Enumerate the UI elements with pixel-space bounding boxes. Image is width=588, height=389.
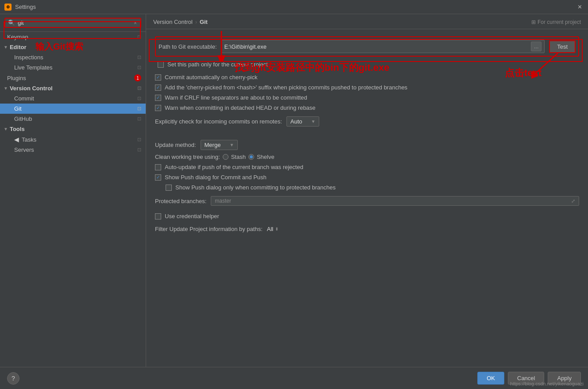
crlf-label: Warn if CRLF line separators are about t… xyxy=(165,94,307,101)
sidebar-item-servers[interactable]: Servers ⊡ xyxy=(0,145,146,155)
version-control-triangle-icon: ▼ xyxy=(4,86,8,91)
search-clear-button[interactable]: × xyxy=(133,20,138,26)
settings-dialog: ⚙ Settings × 🔍 × Keymap ⊡ xyxy=(0,0,588,389)
live-templates-copy-icon: ⊡ xyxy=(137,65,141,70)
search-input[interactable] xyxy=(18,19,133,26)
sidebar-item-inspections[interactable]: Inspections ⊡ xyxy=(0,52,146,62)
keymap-copy-icon: ⊡ xyxy=(137,34,141,40)
project-icon: ⊞ xyxy=(531,19,536,25)
sidebar-item-plugins[interactable]: Plugins 1 xyxy=(0,73,146,83)
sidebar-item-keymap[interactable]: Keymap ⊡ xyxy=(0,32,146,42)
auto-update-label: Auto-update if push of the current branc… xyxy=(165,164,303,170)
update-method-row: Update method: Merge ▼ xyxy=(155,140,579,150)
breadcrumb-project: ⊞ For current project xyxy=(531,19,581,25)
protected-branches-input-wrapper: master ⤢ xyxy=(211,196,579,206)
breadcrumb-git: Git xyxy=(200,19,208,25)
tasks-copy-icon: ⊡ xyxy=(137,137,141,143)
cherry-picked-suffix-checkbox[interactable] xyxy=(155,85,161,91)
update-method-select[interactable]: Merge ▼ xyxy=(201,140,238,150)
current-project-checkbox[interactable] xyxy=(158,62,164,68)
sidebar-item-live-templates[interactable]: Live Templates ⊡ xyxy=(0,62,146,73)
protected-expand-icon[interactable]: ⤢ xyxy=(571,198,575,204)
right-panel: Version Control › Git ⊞ For current proj… xyxy=(146,14,588,367)
search-wrapper: 🔍 × xyxy=(4,18,141,28)
version-control-label: Version Control xyxy=(10,85,53,92)
credential-helper-checkbox[interactable] xyxy=(155,213,161,220)
live-templates-label: Live Templates xyxy=(14,64,52,71)
search-box: 🔍 × xyxy=(0,14,146,32)
path-row: Path to Git executable: … Test xyxy=(155,36,579,57)
filter-spinbox-icon: ⬍ xyxy=(275,227,279,231)
update-method-value: Merge xyxy=(205,142,221,148)
plugins-badge: 1 xyxy=(134,74,141,81)
close-button[interactable]: × xyxy=(576,3,584,11)
filter-update-row: Filter Update Project information by pat… xyxy=(155,226,579,232)
shelve-label: Shelve xyxy=(257,154,275,160)
sidebar-item-tasks[interactable]: ◀ Tasks ⊡ xyxy=(0,134,146,145)
path-input[interactable] xyxy=(224,43,531,50)
tasks-back-icon: ◀ xyxy=(14,136,19,143)
path-browse-button[interactable]: … xyxy=(531,42,542,51)
incoming-commits-label: Explicitly check for incoming commits on… xyxy=(155,118,282,125)
inspections-label: Inspections xyxy=(14,54,43,61)
project-label: For current project xyxy=(538,19,581,25)
ok-button[interactable]: OK xyxy=(477,372,504,385)
detached-head-row: Warn when committing in detached HEAD or… xyxy=(155,104,579,111)
breadcrumb-sep: › xyxy=(195,19,197,25)
cherry-pick-checkbox[interactable] xyxy=(155,74,161,81)
keymap-label: Keymap xyxy=(7,34,28,40)
editor-triangle-icon: ▼ xyxy=(4,45,8,50)
help-button[interactable]: ? xyxy=(7,372,19,385)
search-icon: 🔍 xyxy=(8,19,15,26)
show-push-dialog-checkbox[interactable] xyxy=(155,174,161,181)
sidebar-item-version-control[interactable]: ▼ Version Control ⊡ xyxy=(0,83,146,93)
sidebar-item-git[interactable]: Git ⊡ xyxy=(0,104,146,114)
dialog-title: Settings xyxy=(15,4,576,10)
path-label: Path to Git executable: xyxy=(159,43,217,50)
push-protected-row: Show Push dialog only when committing to… xyxy=(155,184,579,191)
protected-branches-label: Protected branches: xyxy=(155,198,206,204)
plugins-label: Plugins xyxy=(7,75,26,81)
sidebar-item-tools[interactable]: ▼ Tools xyxy=(0,124,146,134)
test-button[interactable]: Test xyxy=(549,40,576,53)
push-protected-label: Show Push dialog only when committing to… xyxy=(175,184,336,191)
filter-update-label: Filter Update Project information by pat… xyxy=(155,226,263,232)
sidebar: 🔍 × Keymap ⊡ ▼ Editor Inspecti xyxy=(0,14,146,367)
tools-triangle-icon: ▼ xyxy=(4,127,8,131)
crlf-checkbox[interactable] xyxy=(155,95,161,101)
path-input-wrapper: … xyxy=(221,40,545,53)
breadcrumb-version-control: Version Control xyxy=(153,19,193,25)
detached-head-checkbox[interactable] xyxy=(155,105,161,111)
auto-update-checkbox[interactable] xyxy=(155,164,161,170)
sidebar-item-editor[interactable]: ▼ Editor xyxy=(0,42,146,52)
git-label: Git xyxy=(14,105,22,112)
push-protected-checkbox[interactable] xyxy=(166,185,172,191)
apply-button[interactable]: Apply xyxy=(548,372,581,385)
clean-working-tree-row: Clean working tree using: Stash Shelve xyxy=(155,154,579,160)
tasks-label: Tasks xyxy=(22,136,36,143)
servers-copy-icon: ⊡ xyxy=(137,147,141,153)
auto-update-row: Auto-update if push of the current branc… xyxy=(155,164,579,170)
current-project-row: Set this path only for the current proje… xyxy=(155,61,579,68)
github-copy-icon: ⊡ xyxy=(137,116,141,122)
incoming-commits-select[interactable]: Auto ▼ xyxy=(286,116,320,127)
credential-helper-row: Use credential helper xyxy=(155,213,579,220)
detached-head-label: Warn when committing in detached HEAD or… xyxy=(165,104,316,111)
clean-working-tree-label: Clean working tree using: xyxy=(155,154,220,160)
main-content: 🔍 × Keymap ⊡ ▼ Editor Inspecti xyxy=(0,14,588,367)
breadcrumb: Version Control › Git ⊞ For current proj… xyxy=(146,14,588,29)
sidebar-list: Keymap ⊡ ▼ Editor Inspections ⊡ Live Tem… xyxy=(0,32,146,367)
cancel-button[interactable]: Cancel xyxy=(508,372,544,385)
cherry-pick-label: Commit automatically on cherry-pick xyxy=(165,74,258,81)
stash-label: Stash xyxy=(231,154,246,160)
version-control-copy-icon: ⊡ xyxy=(137,85,141,91)
filter-update-select[interactable]: All ⬍ xyxy=(267,226,279,232)
stash-radio[interactable] xyxy=(223,154,228,160)
sidebar-item-github[interactable]: GitHub ⊡ xyxy=(0,114,146,124)
shelve-radio[interactable] xyxy=(248,154,254,160)
git-copy-icon: ⊡ xyxy=(137,106,141,112)
protected-branches-row: Protected branches: master ⤢ xyxy=(155,196,579,206)
incoming-commits-row: Explicitly check for incoming commits on… xyxy=(155,116,579,127)
cherry-picked-suffix-label: Add the 'cherry-picked from <hash>' suff… xyxy=(165,84,407,91)
sidebar-item-commit[interactable]: Commit ⊡ xyxy=(0,93,146,104)
